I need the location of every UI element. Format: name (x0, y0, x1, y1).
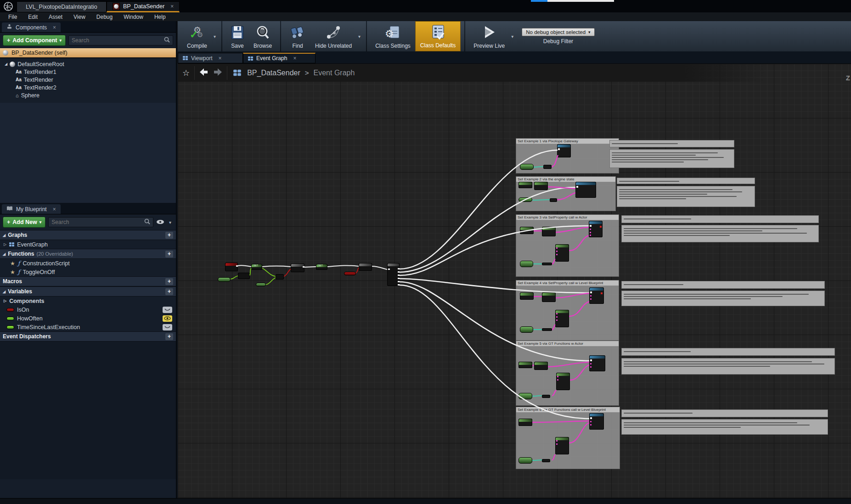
convert-node[interactable] (542, 395, 550, 398)
function-call-node[interactable] (359, 263, 372, 271)
gt-function-node[interactable] (589, 355, 605, 371)
compile-button[interactable]: ⚙⚙✓ Compile (182, 21, 212, 51)
debug-object-dropdown[interactable]: No debug object selected ▾ (522, 28, 594, 36)
pure-function-node[interactable] (534, 362, 548, 370)
tree-row-textrender2[interactable]: Aa TextRender2 (0, 84, 176, 91)
code-note-title-3[interactable] (621, 215, 819, 223)
variable-get-node[interactable] (520, 261, 533, 267)
pure-function-node[interactable] (542, 292, 556, 302)
add-new-button[interactable]: + Add New ▾ (3, 217, 45, 228)
pure-function-node[interactable] (542, 227, 556, 236)
make-property-node[interactable] (555, 310, 569, 327)
row-toggleonoff[interactable]: ★ ƒ ToggleOnOff (0, 268, 176, 276)
menu-window[interactable]: Window (118, 12, 149, 21)
class-defaults-button[interactable]: Class Defaults (415, 21, 461, 51)
set-property-function-node[interactable] (589, 287, 604, 304)
add-component-button[interactable]: + Add Component ▾ (3, 35, 66, 46)
variable-get-node[interactable] (518, 457, 532, 464)
row-variable-howoften[interactable]: HowOften (0, 314, 176, 323)
code-note-title-6[interactable] (621, 409, 828, 417)
menu-asset[interactable]: Asset (43, 12, 68, 21)
add-function-button[interactable]: + (165, 251, 173, 258)
close-icon[interactable]: × (170, 3, 174, 10)
chevron-down-icon[interactable]: ▾ (167, 220, 173, 225)
tree-row-textrender1[interactable]: Aa TextRender1 (0, 68, 176, 76)
pure-function-node[interactable] (518, 362, 532, 368)
gt-function-node[interactable] (589, 413, 604, 430)
tree-row-sphere[interactable]: ⌂ Sphere (0, 91, 176, 99)
convert-node[interactable] (542, 459, 550, 462)
menu-edit[interactable]: Edit (23, 12, 43, 21)
find-button[interactable]: Find (285, 21, 310, 51)
section-macros[interactable]: Macros + (0, 276, 176, 286)
section-variables[interactable]: ◢ Variables + (0, 286, 176, 297)
close-icon[interactable]: × (218, 55, 221, 62)
my-blueprint-search-input[interactable] (51, 219, 144, 225)
code-note-title-4[interactable] (621, 281, 825, 289)
pure-function-node[interactable] (518, 419, 532, 426)
sequence-node[interactable] (387, 263, 400, 286)
event-graph-canvas[interactable]: ☆ BP_DataSender > Event Graph Z Set Exam… (178, 64, 851, 498)
tab-my-blueprint[interactable]: My Blueprint × (2, 204, 61, 214)
expand-icon[interactable]: ▷ (4, 299, 6, 303)
make-property-node[interactable] (555, 437, 569, 454)
collapse-icon[interactable]: ◢ (5, 62, 7, 66)
compare-node[interactable] (276, 274, 284, 280)
variable-get-node[interactable] (520, 326, 533, 333)
engine-state-function-node[interactable] (575, 182, 596, 198)
convert-node[interactable] (543, 165, 552, 169)
event-tick-node[interactable] (225, 263, 238, 271)
code-note-body-6[interactable] (621, 419, 828, 435)
variable-get-node[interactable] (518, 197, 532, 202)
preview-live-button[interactable]: Preview Live (469, 21, 509, 51)
tab-components[interactable]: Components × (2, 22, 61, 32)
tab-event-graph[interactable]: Event Graph × (243, 53, 316, 63)
unreal-logo-icon[interactable] (0, 0, 17, 12)
row-variable-ison[interactable]: IsOn (0, 305, 176, 314)
code-note-body-1[interactable] (609, 149, 734, 168)
variable-get-node[interactable] (520, 164, 534, 170)
code-note-title-1[interactable] (609, 140, 734, 147)
asset-tab-level[interactable]: LVL_PixotopeDataIntegratio (17, 1, 107, 12)
branch-node[interactable] (291, 263, 304, 272)
row-eventgraph[interactable]: ▷ EventGraph (0, 240, 176, 249)
visibility-eye-button-exposed[interactable] (163, 315, 172, 322)
menu-file[interactable]: File (3, 12, 23, 21)
section-functions[interactable]: ◢ Functions (20 Overridable) + (0, 249, 176, 259)
set-property-function-node[interactable] (589, 221, 603, 237)
close-icon[interactable]: × (293, 55, 296, 62)
compile-options-caret[interactable]: ▾ (212, 34, 218, 39)
browse-button[interactable]: Browse (249, 21, 276, 51)
variable-get-node[interactable] (518, 393, 532, 399)
section-graphs[interactable]: ◢ Graphs + (0, 230, 176, 240)
row-constructionscript[interactable]: ★ ƒ ConstructionScript (0, 259, 176, 268)
tree-row-textrender[interactable]: Aa TextRender (0, 76, 176, 84)
menu-debug[interactable]: Debug (91, 12, 118, 21)
save-button[interactable]: Save (226, 21, 249, 51)
asset-tab-bp-datasender[interactable]: BP_DataSender × (107, 1, 180, 12)
add-macro-button[interactable]: + (165, 278, 173, 285)
add-event-dispatcher-button[interactable]: + (165, 333, 173, 340)
make-property-node[interactable] (556, 373, 570, 390)
pure-function-node[interactable] (534, 182, 548, 190)
visibility-filter-eye-icon[interactable] (156, 218, 164, 226)
add-float-node[interactable] (238, 273, 250, 279)
component-row-self[interactable]: BP_DataSender (self) (0, 48, 176, 58)
close-icon[interactable]: × (53, 206, 56, 213)
code-note-body-5[interactable] (621, 358, 835, 375)
class-settings-button[interactable]: ⚙ Class Settings (371, 21, 415, 51)
row-variable-timesincelastexecution[interactable]: TimeSinceLastExecution (0, 323, 176, 331)
convert-node[interactable] (550, 198, 557, 202)
pure-function-node[interactable] (520, 292, 534, 300)
pure-function-node[interactable] (518, 182, 532, 188)
components-search-input[interactable] (72, 37, 164, 44)
code-note-body-3[interactable] (621, 225, 819, 242)
convert-node[interactable] (542, 263, 552, 265)
hide-unrelated-options-caret[interactable]: ▾ (356, 34, 362, 39)
visibility-eye-button[interactable] (163, 324, 172, 330)
make-property-node[interactable] (555, 244, 569, 262)
add-graph-button[interactable]: + (165, 232, 173, 239)
pure-function-node[interactable] (520, 227, 534, 234)
close-icon[interactable]: × (53, 24, 56, 31)
convert-node[interactable] (542, 328, 552, 331)
